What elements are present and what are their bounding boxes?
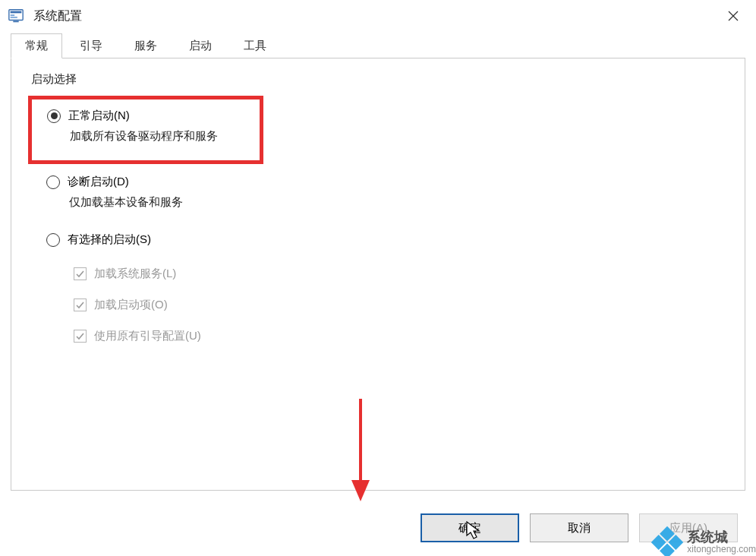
checkbox-load-startup-items: 加载启动项(O)	[74, 298, 728, 312]
svg-rect-2	[11, 14, 15, 16]
tab-services[interactable]: 服务	[120, 33, 172, 58]
radio-diagnostic-description: 仅加载基本设备和服务	[69, 195, 728, 210]
svg-rect-3	[11, 17, 17, 18]
tab-bar: 常规 引导 服务 启动 工具	[0, 32, 756, 58]
button-label: 确定	[458, 521, 481, 535]
tab-tools[interactable]: 工具	[229, 33, 281, 58]
radio-label: 正常启动(N)	[68, 109, 130, 123]
tab-startup[interactable]: 启动	[175, 33, 226, 58]
watermark-url: xitongcheng.com	[687, 545, 756, 554]
checkbox-icon	[74, 330, 87, 343]
checkbox-label: 加载启动项(O)	[94, 298, 168, 312]
radio-normal-description: 加载所有设备驱动程序和服务	[70, 129, 252, 144]
window-title: 系统配置	[33, 8, 82, 24]
radio-label: 诊断启动(D)	[68, 175, 129, 189]
button-label: 取消	[568, 521, 591, 535]
ok-button[interactable]: 确定	[421, 513, 519, 542]
radio-selective-startup[interactable]: 有选择的启动(S)	[46, 232, 728, 247]
tab-boot[interactable]: 引导	[65, 33, 117, 58]
radio-icon	[46, 175, 60, 189]
apply-button: 应用(A)	[639, 513, 738, 542]
close-button[interactable]	[718, 0, 748, 32]
tab-general[interactable]: 常规	[11, 33, 62, 58]
checkbox-load-system-services: 加载系统服务(L)	[74, 267, 728, 281]
checkbox-label: 加载系统服务(L)	[94, 267, 176, 281]
radio-label: 有选择的启动(S)	[68, 232, 151, 247]
svg-rect-1	[11, 11, 22, 14]
svg-rect-4	[13, 21, 18, 22]
group-label-startup-selection: 启动选择	[31, 72, 728, 87]
radio-icon	[47, 109, 61, 123]
checkbox-use-original-boot-config: 使用原有引导配置(U)	[74, 329, 728, 343]
checkbox-icon	[74, 299, 87, 311]
radio-icon	[46, 233, 60, 247]
checkbox-icon	[74, 267, 87, 280]
radio-normal-startup[interactable]: 正常启动(N)	[47, 109, 252, 123]
close-icon	[728, 11, 739, 21]
app-icon	[8, 8, 24, 24]
button-label: 应用(A)	[669, 521, 707, 535]
cancel-button[interactable]: 取消	[530, 513, 628, 542]
button-bar: 确定 取消 应用(A)	[421, 513, 738, 542]
title-bar: 系统配置	[0, 0, 756, 32]
radio-diagnostic-startup[interactable]: 诊断启动(D)	[46, 175, 728, 189]
highlight-annotation: 正常启动(N) 加载所有设备驱动程序和服务	[28, 96, 263, 164]
content-panel: 启动选择 正常启动(N) 加载所有设备驱动程序和服务 诊断启动(D) 仅加载基本…	[11, 58, 745, 491]
checkbox-label: 使用原有引导配置(U)	[94, 329, 201, 343]
